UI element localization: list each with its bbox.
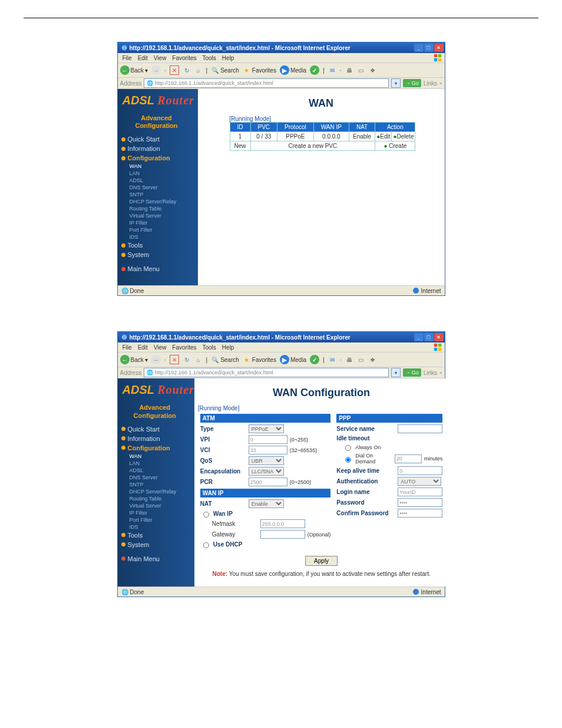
menu-file[interactable]: File: [120, 55, 134, 61]
nav-configuration[interactable]: Configuration: [121, 153, 198, 163]
nav-main-menu[interactable]: Main Menu: [121, 554, 194, 564]
qos-select[interactable]: UBR: [249, 456, 284, 465]
apply-button[interactable]: Apply: [305, 556, 338, 566]
nav-sub-sntp[interactable]: SNTP: [130, 191, 198, 198]
mail-button[interactable]: ✉: [328, 66, 336, 74]
maximize-button[interactable]: □: [424, 333, 434, 341]
svg-rect-9: [438, 348, 441, 351]
nat-select[interactable]: Enable: [249, 499, 284, 508]
delete-link[interactable]: ●Delete: [392, 132, 415, 141]
menu-favorites[interactable]: Favorites: [170, 55, 199, 61]
edit-button[interactable]: ▭: [357, 66, 365, 74]
forward-button[interactable]: →: [151, 65, 161, 75]
address-input[interactable]: 🌐 http://192.168.1.1/advanced/quick_star…: [144, 78, 388, 88]
nav-system[interactable]: System: [121, 250, 198, 259]
nav-sub-wan[interactable]: WAN: [130, 163, 198, 170]
section-atm: ATM: [200, 414, 331, 423]
history-button[interactable]: ✓: [310, 65, 319, 75]
minimize-button[interactable]: _: [414, 44, 424, 52]
nav-tools[interactable]: Tools: [121, 241, 198, 250]
svg-rect-1: [434, 54, 437, 57]
vpi-input[interactable]: [249, 435, 287, 444]
confirm-password-input[interactable]: [398, 509, 442, 518]
sidebar: ADSL Router AdvancedConfiguration Quick …: [118, 89, 198, 285]
wanip-radio[interactable]: [203, 512, 209, 518]
go-button[interactable]: → Go: [403, 368, 421, 377]
menu-view[interactable]: View: [151, 55, 169, 61]
nav-quick-start[interactable]: Quick Start: [121, 134, 198, 144]
alwayson-radio[interactable]: [345, 445, 351, 451]
windows-flag-icon: [433, 343, 442, 351]
status-done: Done: [130, 288, 144, 294]
close-button[interactable]: ×: [434, 44, 444, 52]
svg-rect-7: [438, 344, 441, 347]
section-wanip: WAN IP: [200, 489, 331, 498]
nav-main-menu[interactable]: Main Menu: [121, 264, 198, 274]
refresh-button[interactable]: ↻: [183, 66, 191, 74]
pcr-input[interactable]: [249, 477, 287, 486]
vci-input[interactable]: [249, 446, 287, 454]
nav-sub-lan[interactable]: LAN: [130, 170, 198, 177]
gateway-input[interactable]: [260, 530, 305, 539]
nav-information[interactable]: Information: [121, 434, 194, 443]
address-bar-2: Address 🌐 http://192.168.1.1/advanced/qu…: [118, 367, 445, 378]
encap-select[interactable]: LLC/SNAP: [249, 467, 284, 476]
menu-tools[interactable]: Tools: [200, 55, 218, 61]
address-bar: Address 🌐 http://192.168.1.1/advanced/qu…: [118, 78, 445, 89]
create-link[interactable]: ● Create: [375, 141, 415, 151]
netmask-input[interactable]: [260, 519, 305, 528]
address-dropdown[interactable]: ▾: [391, 78, 401, 88]
search-button[interactable]: 🔍Search: [211, 66, 239, 74]
dialondemand-radio[interactable]: [345, 457, 351, 463]
favorites-button[interactable]: ★Favorites: [243, 66, 276, 74]
nav-tools[interactable]: Tools: [121, 531, 194, 540]
dod-input[interactable]: [395, 454, 422, 463]
nav-sub-ipfilter[interactable]: IP Filter: [130, 219, 198, 226]
nav-system[interactable]: System: [121, 540, 194, 549]
close-button[interactable]: ×: [434, 333, 444, 341]
nav-quick-start[interactable]: Quick Start: [121, 424, 194, 434]
auth-select[interactable]: AUTO: [398, 477, 441, 486]
nav-sub-dns[interactable]: DNS Server: [130, 184, 198, 191]
page-title-2: WAN Configuration: [197, 387, 447, 399]
login-input[interactable]: [398, 487, 442, 496]
keepalive-input[interactable]: [398, 466, 442, 475]
nav-sub-vserver[interactable]: Virtual Server: [130, 212, 198, 219]
svg-rect-4: [438, 58, 441, 61]
nav-configuration[interactable]: Configuration: [121, 443, 194, 453]
stop-button[interactable]: ✕: [170, 65, 179, 75]
links-label[interactable]: Links: [424, 80, 437, 87]
svg-rect-6: [434, 344, 437, 347]
nav-sub-routing[interactable]: Routing Table: [130, 205, 198, 212]
type-select[interactable]: PPPoE: [249, 424, 284, 433]
menu-help[interactable]: Help: [220, 55, 237, 61]
discuss-button[interactable]: ❖: [369, 66, 377, 74]
address-dropdown[interactable]: ▾: [391, 368, 401, 377]
home-button[interactable]: ⌂: [194, 66, 203, 74]
maximize-button[interactable]: □: [424, 44, 434, 52]
page-body: ADSL Router AdvancedConfiguration Quick …: [118, 89, 445, 285]
content-wan-list: WAN [Running Mode] ID PVC Protocol WAN I…: [198, 89, 445, 285]
col-protocol: Protocol: [277, 123, 314, 132]
page-title: WAN: [200, 97, 442, 110]
edit-link[interactable]: ●Edit: [375, 132, 392, 141]
nav-information[interactable]: Information: [121, 144, 198, 153]
password-input[interactable]: [398, 498, 442, 507]
menubar: File Edit View Favorites Tools Help: [118, 53, 445, 63]
nav-sub-portfilter[interactable]: Port Filter: [130, 226, 198, 233]
menu-edit[interactable]: Edit: [135, 55, 150, 61]
media-button[interactable]: ▶Media: [280, 65, 306, 75]
go-button[interactable]: → Go: [403, 79, 421, 87]
usedhcp-radio[interactable]: [203, 542, 209, 548]
running-mode-label: [Running Mode]: [198, 405, 447, 411]
svg-rect-2: [438, 54, 441, 57]
minimize-button[interactable]: _: [414, 333, 424, 341]
nav-sub-ids[interactable]: IDS: [130, 233, 198, 241]
service-input[interactable]: [398, 424, 442, 433]
address-input[interactable]: 🌐 http://192.168.1.1/advanced/quick_star…: [144, 368, 388, 377]
browser-toolbar-2: ←Back ▾ → · ✕ ↻ ⌂ | 🔍Search ★Favorites ▶…: [118, 353, 445, 367]
print-button[interactable]: 🖶: [345, 66, 353, 74]
nav-sub-dhcp[interactable]: DHCP Server/Relay: [130, 198, 198, 205]
nav-sub-adsl[interactable]: ADSL: [130, 177, 198, 184]
back-button[interactable]: ←Back ▾: [120, 65, 148, 75]
